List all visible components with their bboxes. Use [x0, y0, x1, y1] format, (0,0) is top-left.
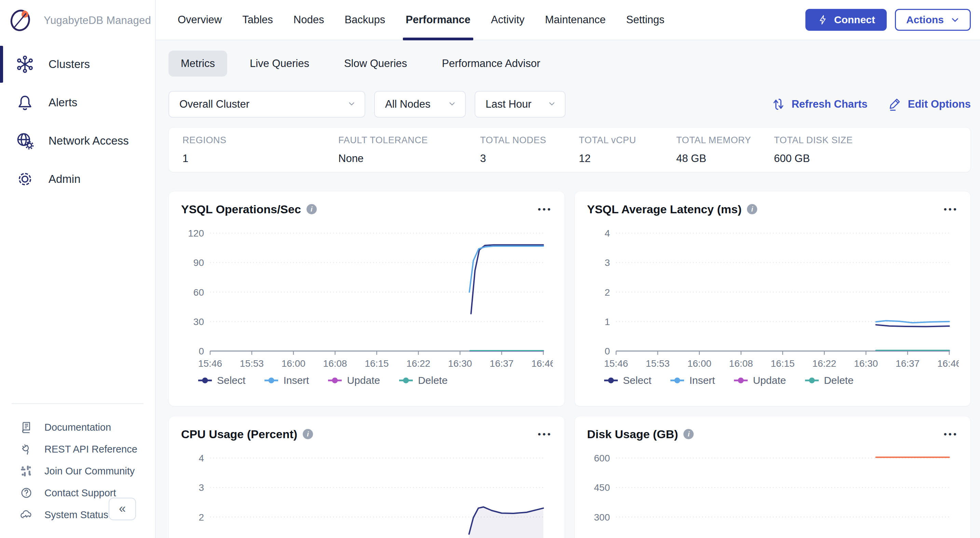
- svg-text:16:00: 16:00: [687, 358, 711, 369]
- edit-options-button[interactable]: Edit Options: [888, 97, 971, 112]
- legend-item-select[interactable]: Select: [604, 375, 651, 386]
- svg-text:450: 450: [594, 482, 610, 493]
- subtab-live-queries[interactable]: Live Queries: [237, 51, 321, 76]
- legend-marker-icon: [264, 377, 278, 384]
- sidebar-item-label: Admin: [49, 173, 81, 186]
- cluster-topbar: Overview Tables Nodes Backups Performanc…: [156, 0, 980, 40]
- tab-performance[interactable]: Performance: [395, 0, 481, 40]
- svg-text:300: 300: [594, 512, 610, 523]
- legend-label: Insert: [283, 375, 309, 386]
- svg-text:0: 0: [199, 346, 204, 357]
- svg-text:600: 600: [594, 453, 610, 463]
- charts-grid: YSQL Operations/Sec i ••• 030609012015:4…: [169, 191, 971, 538]
- performance-content: Metrics Live Queries Slow Queries Perfor…: [156, 40, 980, 538]
- sidebar-item-admin[interactable]: Admin: [0, 160, 155, 198]
- svg-text:15:53: 15:53: [646, 358, 670, 369]
- sidebar-item-join-community[interactable]: Join Our Community: [0, 460, 155, 482]
- bell-icon: [15, 92, 35, 113]
- svg-text:60: 60: [193, 287, 204, 298]
- legend-marker-icon: [328, 377, 342, 384]
- legend-marker-icon: [670, 377, 684, 384]
- sidebar-item-alerts[interactable]: Alerts: [0, 83, 155, 122]
- legend-item-delete[interactable]: Delete: [399, 375, 448, 386]
- legend-item-insert[interactable]: Insert: [264, 375, 309, 386]
- legend-label: Update: [347, 375, 380, 386]
- chevron-down-icon: [951, 15, 959, 24]
- plug-icon: [19, 442, 33, 456]
- legend-item-insert[interactable]: Insert: [670, 375, 715, 386]
- tab-maintenance[interactable]: Maintenance: [535, 0, 616, 40]
- svg-text:16:22: 16:22: [406, 358, 430, 369]
- performance-subtabs: Metrics Live Queries Slow Queries Perfor…: [169, 51, 971, 76]
- tab-activity[interactable]: Activity: [481, 0, 535, 40]
- info-icon[interactable]: i: [747, 204, 757, 214]
- legend-marker-icon: [399, 377, 413, 384]
- chevron-down-icon: [548, 98, 556, 110]
- brand-logo[interactable]: YugabyteDB Managed: [0, 0, 155, 40]
- chart-menu-button[interactable]: •••: [944, 432, 958, 436]
- legend-item-delete[interactable]: Delete: [805, 375, 854, 386]
- nodes-select[interactable]: All Nodes: [374, 91, 466, 118]
- svg-text:16:00: 16:00: [282, 358, 305, 369]
- cluster-stats-card: REGIONS 1 FAULT TOLERANCE None TOTAL NOD…: [169, 127, 971, 172]
- stat-total-memory: TOTAL MEMORY 48 GB: [676, 135, 774, 165]
- main-area: Overview Tables Nodes Backups Performanc…: [156, 0, 980, 538]
- tab-settings[interactable]: Settings: [616, 0, 675, 40]
- connect-button[interactable]: Connect: [805, 9, 887, 31]
- chart-title: CPU Usage (Percent): [181, 428, 297, 441]
- subtab-slow-queries[interactable]: Slow Queries: [332, 51, 419, 76]
- tab-tables[interactable]: Tables: [232, 0, 283, 40]
- legend-item-update[interactable]: Update: [734, 375, 786, 386]
- chart-title: Disk Usage (GB): [587, 428, 678, 441]
- svg-text:16:15: 16:15: [770, 358, 794, 369]
- svg-text:16:37: 16:37: [490, 358, 514, 369]
- subtab-metrics[interactable]: Metrics: [169, 51, 227, 76]
- cpu-usage-chart: 0123415:4615:5316:0016:0816:1516:2216:30…: [181, 447, 553, 538]
- tab-nodes[interactable]: Nodes: [283, 0, 334, 40]
- chart-card-cpu-usage: CPU Usage (Percent) i ••• 0123415:4615:5…: [169, 416, 565, 538]
- chart-menu-button[interactable]: •••: [538, 432, 552, 436]
- cloud-status-icon: [19, 508, 33, 522]
- help-circle-icon: [19, 486, 33, 500]
- svg-text:4: 4: [605, 228, 610, 239]
- svg-text:2: 2: [199, 512, 204, 523]
- cluster-scope-select[interactable]: Overall Cluster: [169, 91, 365, 118]
- svg-text:16:30: 16:30: [448, 358, 472, 369]
- legend-item-select[interactable]: Select: [198, 375, 245, 386]
- svg-text:16:46: 16:46: [937, 358, 959, 369]
- refresh-charts-button[interactable]: Refresh Charts: [771, 97, 867, 112]
- metrics-filters: Overall Cluster All Nodes Last Hour: [169, 91, 971, 118]
- sidebar-utility: Documentation REST API Reference: [0, 403, 155, 538]
- sidebar-item-documentation[interactable]: Documentation: [0, 416, 155, 438]
- tab-overview[interactable]: Overview: [167, 0, 232, 40]
- tab-backups[interactable]: Backups: [334, 0, 395, 40]
- legend-item-update[interactable]: Update: [328, 375, 380, 386]
- cluster-tabs: Overview Tables Nodes Backups Performanc…: [167, 0, 675, 40]
- sidebar-item-label: Network Access: [49, 134, 129, 147]
- sidebar-item-clusters[interactable]: Clusters: [0, 45, 155, 83]
- subtab-performance-advisor[interactable]: Performance Advisor: [430, 51, 552, 76]
- info-icon[interactable]: i: [683, 429, 694, 439]
- legend-marker-icon: [805, 377, 819, 384]
- svg-text:16:15: 16:15: [364, 358, 388, 369]
- info-icon[interactable]: i: [303, 429, 313, 439]
- utility-item-label: Join Our Community: [45, 466, 135, 477]
- chevron-down-icon: [347, 98, 356, 110]
- legend-label: Update: [753, 375, 786, 386]
- utility-item-label: REST API Reference: [45, 444, 137, 455]
- sidebar-item-rest-api-reference[interactable]: REST API Reference: [0, 438, 155, 460]
- svg-text:30: 30: [193, 317, 204, 327]
- sidebar-item-network-access[interactable]: Network Access: [0, 122, 155, 160]
- ysql-operations-chart: 030609012015:4615:5316:0016:0816:1516:22…: [181, 222, 553, 372]
- chart-card-ysql-operations: YSQL Operations/Sec i ••• 030609012015:4…: [169, 191, 565, 406]
- actions-button[interactable]: Actions: [895, 9, 971, 31]
- svg-text:2: 2: [605, 287, 610, 298]
- sidebar-collapse-button[interactable]: «: [109, 498, 136, 520]
- svg-text:4: 4: [199, 453, 204, 463]
- info-icon[interactable]: i: [307, 204, 317, 214]
- app-title: YugabyteDB Managed: [44, 14, 151, 27]
- chart-menu-button[interactable]: •••: [538, 207, 552, 211]
- time-range-select[interactable]: Last Hour: [475, 91, 565, 118]
- sidebar-nav: Clusters Alerts Network Acc: [0, 45, 155, 198]
- chart-menu-button[interactable]: •••: [944, 207, 958, 211]
